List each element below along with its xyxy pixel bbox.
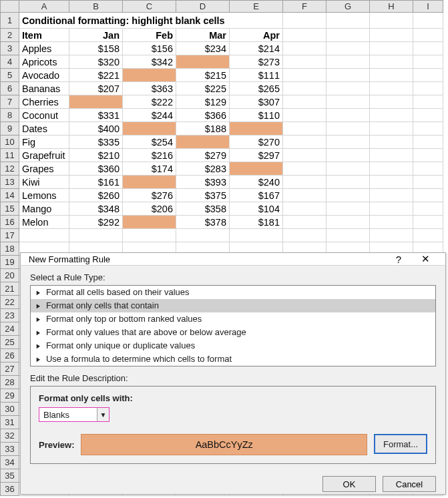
cell-I8[interactable] xyxy=(413,109,443,122)
cell-I3[interactable] xyxy=(413,42,443,55)
cell-A10[interactable]: Fig xyxy=(19,136,69,149)
cell-A12[interactable]: Grapes xyxy=(19,162,69,176)
cell-D11[interactable]: $279 xyxy=(176,149,230,162)
cell-F17[interactable] xyxy=(283,229,326,242)
cell-H16[interactable] xyxy=(370,216,413,229)
row-header-19[interactable]: 19 xyxy=(1,256,19,269)
cell-G3[interactable] xyxy=(326,42,370,55)
cell-D4[interactable] xyxy=(176,55,230,69)
cell-I14[interactable] xyxy=(413,189,443,202)
cell-C6[interactable]: $363 xyxy=(123,82,176,95)
cell-A8[interactable]: Coconut xyxy=(19,109,69,122)
cell-B5[interactable]: $221 xyxy=(69,69,123,82)
cell-D2[interactable]: Mar xyxy=(176,29,230,42)
cell-E12[interactable] xyxy=(230,162,283,176)
cell-C15[interactable]: $206 xyxy=(123,202,176,216)
cell-A17[interactable] xyxy=(19,229,69,242)
row-header-21[interactable]: 21 xyxy=(1,282,19,296)
cell-E15[interactable]: $104 xyxy=(230,202,283,216)
cell-E16[interactable]: $181 xyxy=(230,216,283,229)
cell-D3[interactable]: $234 xyxy=(176,42,230,55)
row-header-3[interactable]: 3 xyxy=(1,42,19,55)
corner-cell[interactable] xyxy=(1,1,19,13)
cell-G7[interactable] xyxy=(326,95,370,109)
cell-H4[interactable] xyxy=(370,55,413,69)
cell-H10[interactable] xyxy=(370,136,413,149)
cell-E9[interactable] xyxy=(230,122,283,136)
cancel-button[interactable]: Cancel xyxy=(383,476,436,492)
row-header-29[interactable]: 29 xyxy=(1,389,19,403)
cell-H3[interactable] xyxy=(370,42,413,55)
cell-E6[interactable]: $265 xyxy=(230,82,283,95)
cell-I7[interactable] xyxy=(413,95,443,109)
cell-D10[interactable] xyxy=(176,136,230,149)
cell-D12[interactable]: $283 xyxy=(176,162,230,176)
cell-F13[interactable] xyxy=(283,176,326,189)
row-header-25[interactable]: 25 xyxy=(1,336,19,349)
cell-A16[interactable]: Melon xyxy=(19,216,69,229)
cell-G2[interactable] xyxy=(326,29,370,42)
cell-H7[interactable] xyxy=(370,95,413,109)
cell-F11[interactable] xyxy=(283,149,326,162)
cell-H1[interactable] xyxy=(370,13,413,29)
row-header-36[interactable]: 36 xyxy=(1,483,19,496)
cell-F6[interactable] xyxy=(283,82,326,95)
cell-B2[interactable]: Jan xyxy=(69,29,123,42)
cell-B11[interactable]: $210 xyxy=(69,149,123,162)
row-header-20[interactable]: 20 xyxy=(1,269,19,282)
cell-G4[interactable] xyxy=(326,55,370,69)
cell-B7[interactable] xyxy=(69,95,123,109)
cell-D13[interactable]: $393 xyxy=(176,176,230,189)
cell-C2[interactable]: Feb xyxy=(123,29,176,42)
cell-A2[interactable]: Item xyxy=(19,29,69,42)
row-header-30[interactable]: 30 xyxy=(1,403,19,416)
cell-A1[interactable]: Conditional formatting: highlight blank … xyxy=(19,13,283,29)
cell-I11[interactable] xyxy=(413,149,443,162)
cell-I12[interactable] xyxy=(413,162,443,176)
row-header-12[interactable]: 12 xyxy=(1,162,19,176)
cell-D6[interactable]: $225 xyxy=(176,82,230,95)
cell-G1[interactable] xyxy=(326,13,370,29)
cell-H17[interactable] xyxy=(370,229,413,242)
cell-A5[interactable]: Avocado xyxy=(19,69,69,82)
cell-F4[interactable] xyxy=(283,55,326,69)
cell-E4[interactable]: $273 xyxy=(230,55,283,69)
cell-A13[interactable]: Kiwi xyxy=(19,176,69,189)
cell-E8[interactable]: $110 xyxy=(230,109,283,122)
cell-I4[interactable] xyxy=(413,55,443,69)
column-header-A[interactable]: A xyxy=(19,1,69,13)
cell-F10[interactable] xyxy=(283,136,326,149)
cell-H8[interactable] xyxy=(370,109,413,122)
cell-C3[interactable]: $156 xyxy=(123,42,176,55)
row-header-9[interactable]: 9 xyxy=(1,122,19,136)
cell-F16[interactable] xyxy=(283,216,326,229)
cell-F8[interactable] xyxy=(283,109,326,122)
cell-G5[interactable] xyxy=(326,69,370,82)
cell-B6[interactable]: $207 xyxy=(69,82,123,95)
cell-A6[interactable]: Bananas xyxy=(19,82,69,95)
cell-B12[interactable]: $360 xyxy=(69,162,123,176)
format-button[interactable]: Format... xyxy=(374,434,427,454)
row-header-10[interactable]: 10 xyxy=(1,136,19,149)
cell-I17[interactable] xyxy=(413,229,443,242)
row-header-15[interactable]: 15 xyxy=(1,202,19,216)
cell-E14[interactable]: $167 xyxy=(230,189,283,202)
cell-G12[interactable] xyxy=(326,162,370,176)
cell-F12[interactable] xyxy=(283,162,326,176)
cell-B17[interactable] xyxy=(69,229,123,242)
rule-type-item-2[interactable]: ►Format only top or bottom ranked values xyxy=(31,312,435,326)
cell-A14[interactable]: Lemons xyxy=(19,189,69,202)
row-header-23[interactable]: 23 xyxy=(1,309,19,322)
cell-G14[interactable] xyxy=(326,189,370,202)
cell-D15[interactable]: $358 xyxy=(176,202,230,216)
cell-C7[interactable]: $222 xyxy=(123,95,176,109)
cell-H9[interactable] xyxy=(370,122,413,136)
cell-C16[interactable] xyxy=(123,216,176,229)
cell-B10[interactable]: $335 xyxy=(69,136,123,149)
cell-F14[interactable] xyxy=(283,189,326,202)
cell-B15[interactable]: $348 xyxy=(69,202,123,216)
rule-type-item-4[interactable]: ►Format only unique or duplicate values xyxy=(31,339,435,352)
cell-I6[interactable] xyxy=(413,82,443,95)
row-header-22[interactable]: 22 xyxy=(1,296,19,309)
column-header-I[interactable]: I xyxy=(413,1,443,13)
